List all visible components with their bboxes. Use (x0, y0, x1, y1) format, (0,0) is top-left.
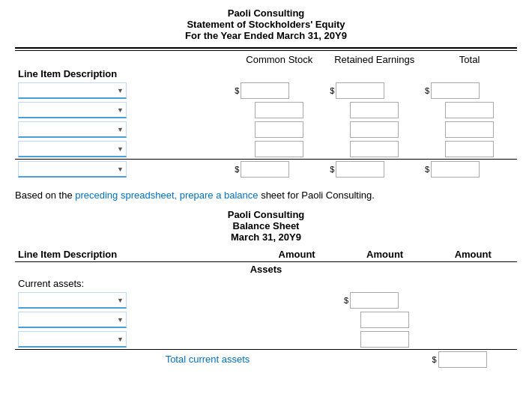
page-wrapper: Paoli Consulting Statement of Stockholde… (0, 0, 532, 377)
re-cell-1: $ (330, 82, 419, 99)
total-input-4[interactable] (445, 141, 494, 157)
ca-input-2[interactable] (360, 312, 409, 328)
total-input-3[interactable] (445, 121, 494, 138)
ca-dropdown-2[interactable] (18, 312, 127, 328)
bs-amount3-header: Amount (429, 247, 517, 262)
ca-spacer-3 (429, 276, 517, 291)
equity-dropdown-2[interactable] (18, 102, 127, 118)
equity-row-1-total: $ (422, 81, 517, 100)
total-spacer (422, 67, 517, 81)
equity-row-2-cs (232, 100, 327, 120)
equity-row-4 (15, 139, 517, 160)
dollar-sign-total-1: $ (425, 86, 429, 95)
cs-input-3[interactable] (255, 121, 303, 138)
cs-total-cell: $ (235, 161, 324, 178)
equity-row-4-desc (15, 139, 232, 160)
common-stock-header: Common Stock (232, 52, 327, 67)
equity-row-1-re: $ (327, 81, 422, 100)
equity-col-headers: Common Stock Retained Earnings Total (15, 52, 517, 67)
tca-amt3: $ (429, 349, 517, 369)
cs-input-2[interactable] (255, 102, 303, 118)
statement-header: Paoli Consulting Statement of Stockholde… (15, 7, 517, 41)
company-name: Paoli Consulting (15, 7, 517, 19)
ca-row-1-desc (15, 291, 253, 310)
equity-row-1: $ $ $ (15, 81, 517, 100)
equity-row-5-desc (15, 160, 232, 180)
sub-divider (15, 50, 517, 51)
equity-dropdown-5[interactable] (18, 161, 127, 178)
tca-input[interactable] (438, 351, 487, 368)
re-input-3[interactable] (350, 121, 399, 138)
equity-row-2-desc (15, 100, 232, 120)
total-cell-1: $ (425, 82, 514, 99)
equity-row-4-total (422, 139, 517, 160)
ca-spacer-2 (341, 276, 429, 291)
dollar-total-total: $ (425, 165, 429, 174)
equity-row-1-cs: $ (232, 81, 327, 100)
balance-table: Line Item Description Amount Amount Amou… (15, 247, 517, 369)
equity-row-4-re (327, 139, 422, 160)
dollar-cs-total: $ (235, 165, 239, 174)
dollar-sign-re-1: $ (330, 86, 334, 95)
line-item-label-row: Line Item Description (15, 67, 517, 81)
ca-input-1[interactable] (350, 292, 399, 309)
highlight-balance: balance (224, 190, 259, 201)
current-asset-row-1: $ (15, 291, 517, 310)
ca-spacer-1 (253, 276, 341, 291)
equity-row-2 (15, 100, 517, 120)
re-total-cell: $ (330, 161, 419, 178)
total-current-assets-row: Total current assets $ (15, 349, 517, 369)
tca-dollar: $ (432, 355, 436, 364)
ca-input-3[interactable] (360, 331, 409, 348)
current-assets-label: Current assets: (15, 276, 253, 291)
equity-row-3 (15, 120, 517, 139)
cs-input-4[interactable] (255, 141, 303, 157)
ca-row-1-amt3 (429, 291, 517, 310)
total-header: Total (422, 52, 517, 67)
equity-dropdown-1[interactable] (18, 82, 127, 99)
line-item-header (15, 52, 232, 67)
cs-input-1[interactable] (241, 82, 289, 99)
retained-earnings-header: Retained Earnings (327, 52, 422, 67)
ca-row-2-amt1 (253, 310, 341, 330)
cs-cell-1: $ (235, 82, 324, 99)
total-input-1[interactable] (431, 82, 480, 99)
assets-row: Assets (15, 261, 517, 276)
equity-row-5-cs: $ (232, 160, 327, 180)
cs-input-5[interactable] (241, 161, 289, 178)
equity-dropdown-wrapper-4 (18, 141, 127, 157)
re-input-1[interactable] (336, 82, 384, 99)
statement-title: Statement of Stockholders' Equity (15, 19, 517, 30)
ca-row-3-amt1 (253, 330, 341, 350)
ca-row-3-desc (15, 330, 253, 350)
bs-amount1-header: Amount (253, 247, 341, 262)
ca-dropdown-wrapper-1 (18, 292, 127, 309)
re-input-4[interactable] (350, 141, 399, 157)
equity-dropdown-wrapper-1 (18, 82, 127, 99)
cs-spacer (232, 67, 327, 81)
tca-amt1 (253, 349, 341, 369)
re-input-2[interactable] (350, 102, 399, 118)
bs-title: Balance Sheet (15, 220, 517, 231)
bs-company-name: Paoli Consulting (15, 209, 517, 220)
ca-row-1-amt1 (253, 291, 341, 310)
equity-dropdown-4[interactable] (18, 141, 127, 157)
equity-dropdown-3[interactable] (18, 121, 127, 138)
total-input-2[interactable] (445, 102, 494, 118)
equity-row-2-total (422, 100, 517, 120)
ca-dropdown-3[interactable] (18, 331, 127, 348)
highlight-preceding: preceding spreadsheet, prepare a (75, 190, 224, 201)
dollar-re-total: $ (330, 165, 334, 174)
tca-dollar-cell: $ (432, 351, 514, 368)
balance-sheet-header: Paoli Consulting Balance Sheet March 31,… (15, 209, 517, 243)
bs-date: March 31, 20Y9 (15, 231, 517, 243)
ca-dropdown-1[interactable] (18, 292, 127, 309)
current-asset-row-3 (15, 330, 517, 350)
equity-row-3-re (327, 120, 422, 139)
equity-row-5-total: $ $ $ (15, 160, 517, 180)
re-input-5[interactable] (336, 161, 384, 178)
equity-row-4-cs (232, 139, 327, 160)
ca-row-3-amt3 (429, 330, 517, 350)
total-input-5[interactable] (431, 161, 480, 178)
assets-label: Assets (15, 261, 517, 276)
